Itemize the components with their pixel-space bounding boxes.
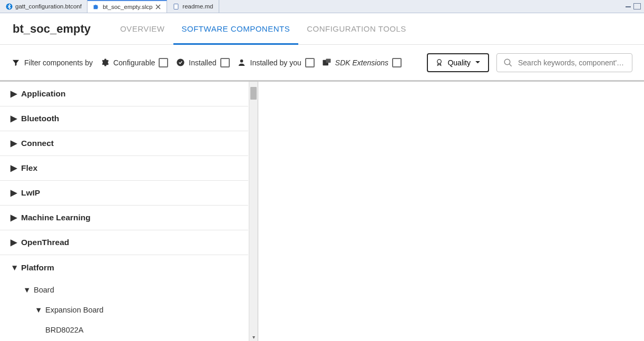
tab-label: bt_soc_empty.slcp [103, 4, 152, 10]
close-icon[interactable] [155, 4, 161, 10]
svg-point-7 [437, 60, 442, 64]
filter-bar: Filter components by Configurable Instal… [0, 45, 644, 82]
editor-tab-slcp[interactable]: bt_soc_empty.slcp [87, 0, 167, 13]
tree-label: BRD8022A [45, 326, 84, 334]
tree-label: Expansion Board [45, 306, 103, 314]
tab-configuration-tools[interactable]: CONFIGURATION TOOLS [298, 13, 415, 44]
tree-bluetooth[interactable]: ▶ Bluetooth [0, 106, 248, 131]
main-tabs: OVERVIEW SOFTWARE COMPONENTS CONFIGURATI… [112, 13, 415, 44]
tree-openthread[interactable]: ▶ OpenThread [0, 230, 248, 255]
tree-label: Board [34, 286, 54, 294]
extensions-icon [322, 58, 331, 67]
project-title: bt_soc_empty [0, 22, 112, 36]
tree-label: Flex [21, 163, 37, 173]
filter-text: SDK Extensions [335, 59, 388, 67]
minimize-button[interactable] [625, 3, 632, 9]
filter-label: Filter components by [12, 59, 93, 67]
chevron-right-icon: ▶ [11, 89, 18, 99]
tree-scroll: ▶ Application ▶ Bluetooth ▶ Connect ▶ Fl… [0, 82, 248, 341]
chevron-right-icon: ▶ [11, 139, 18, 148]
chevron-down-icon: ▼ [11, 263, 18, 272]
scrollbar-thumb[interactable] [250, 87, 257, 100]
svg-rect-6 [326, 59, 330, 63]
search-icon [503, 58, 513, 67]
bluetooth-icon [5, 3, 13, 10]
filter-installed-by-you[interactable]: Installed by you [237, 58, 315, 67]
svg-rect-2 [626, 6, 631, 7]
tree-label: Platform [21, 263, 54, 272]
chevron-right-icon: ▶ [11, 213, 18, 222]
tree-label: LwIP [21, 188, 40, 198]
filter-configurable[interactable]: Configurable [100, 58, 168, 67]
tree-flex[interactable]: ▶ Flex [0, 156, 248, 181]
chevron-down-icon: ▼ [35, 306, 42, 314]
chevron-right-icon: ▶ [11, 188, 18, 198]
tab-label: readme.md [182, 3, 213, 9]
checkbox[interactable] [392, 58, 402, 67]
window-controls [625, 0, 644, 13]
tree-machine-learning[interactable]: ▶ Machine Learning [0, 206, 248, 230]
person-icon [237, 58, 247, 67]
checkbox[interactable] [220, 58, 230, 67]
tree-label: Connect [21, 139, 54, 148]
filter-sdk-extensions[interactable]: SDK Extensions [322, 58, 402, 67]
filter-label-text: Filter components by [24, 59, 93, 67]
chevron-right-icon: ▶ [11, 114, 18, 123]
tree-platform[interactable]: ▼ Platform [0, 255, 248, 280]
component-tree-panel: ▶ Application ▶ Bluetooth ▶ Connect ▶ Fl… [0, 82, 258, 341]
editor-tab-readme[interactable]: readme.md [167, 0, 219, 13]
svg-rect-1 [174, 4, 178, 9]
gear-icon [100, 58, 110, 67]
svg-point-4 [240, 60, 243, 63]
tree-expansion-board[interactable]: ▼ Expansion Board [0, 300, 248, 320]
tab-overview[interactable]: OVERVIEW [112, 13, 173, 44]
file-icon [172, 3, 180, 10]
tree-brd8022a[interactable]: BRD8022A [0, 320, 248, 340]
editor-tab-gatt[interactable]: gatt_configuration.btconf [0, 0, 87, 13]
svg-point-8 [504, 59, 510, 65]
search-field[interactable] [496, 53, 632, 72]
quality-button[interactable]: Quality [427, 53, 489, 72]
puzzle-icon [93, 3, 100, 11]
tab-label: gatt_configuration.btconf [15, 3, 82, 9]
chevron-down-icon [475, 61, 481, 64]
chevron-down-icon: ▼ [23, 286, 31, 294]
filter-text: Configurable [113, 59, 155, 67]
content: ▶ Application ▶ Bluetooth ▶ Connect ▶ Fl… [0, 82, 644, 341]
tree-board[interactable]: ▼ Board [0, 280, 248, 300]
tree-connect[interactable]: ▶ Connect [0, 131, 248, 156]
tree-label: OpenThread [21, 238, 69, 247]
svg-point-3 [177, 59, 184, 66]
checkbox[interactable] [305, 58, 315, 67]
scroll-down-icon[interactable]: ▾ [249, 333, 258, 341]
filter-text: Installed [189, 59, 216, 67]
check-circle-icon [175, 58, 185, 67]
tree-lwip[interactable]: ▶ LwIP [0, 181, 248, 206]
filter-installed[interactable]: Installed [175, 58, 229, 67]
filter-icon [12, 59, 20, 67]
quality-label: Quality [447, 59, 471, 67]
tab-software-components[interactable]: SOFTWARE COMPONENTS [173, 13, 299, 44]
chevron-right-icon: ▶ [11, 238, 18, 247]
tree-label: Machine Learning [21, 213, 91, 222]
award-icon [435, 59, 443, 66]
detail-panel [258, 82, 644, 341]
editor-tab-bar: gatt_configuration.btconf bt_soc_empty.s… [0, 0, 644, 13]
tree-label: Application [21, 89, 65, 99]
scrollbar[interactable]: ▾ [249, 82, 258, 341]
maximize-button[interactable] [633, 3, 641, 9]
filter-text: Installed by you [250, 59, 301, 67]
tree-label: Bluetooth [21, 114, 59, 123]
chevron-right-icon: ▶ [11, 163, 18, 173]
checkbox[interactable] [159, 58, 168, 67]
tree-application[interactable]: ▶ Application [0, 82, 248, 106]
search-input[interactable] [518, 59, 626, 67]
header: bt_soc_empty OVERVIEW SOFTWARE COMPONENT… [0, 13, 644, 45]
